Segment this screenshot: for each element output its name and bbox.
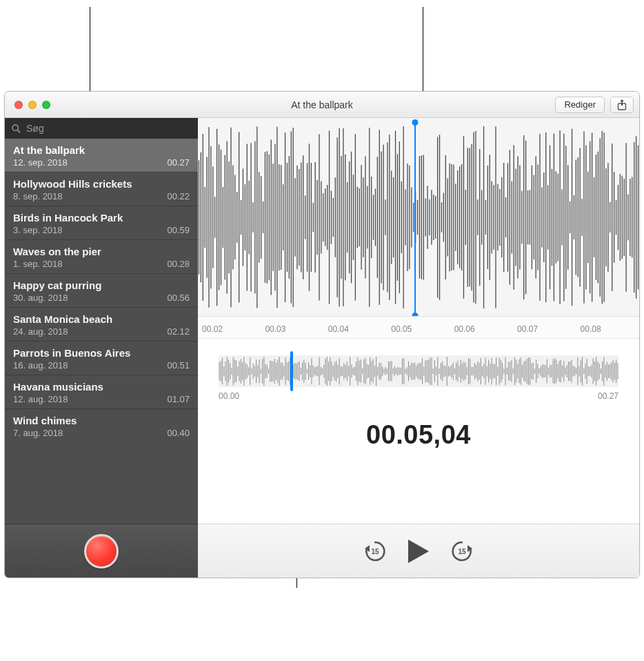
recording-title: Wind chimes — [13, 415, 190, 426]
svg-line-2 — [18, 130, 21, 132]
recording-title: Hollywood Hills crickets — [13, 178, 190, 190]
recording-duration: 00.40 — [167, 428, 190, 438]
recording-row[interactable]: Birds in Hancock Park3. sep. 201800.59 — [5, 206, 198, 239]
recording-title: Waves on the pier — [13, 246, 190, 257]
recording-date: 3. sep. 2018 — [13, 225, 63, 235]
ruler-tick: 00.03 — [261, 324, 323, 334]
recording-date: 16. aug. 2018 — [13, 360, 68, 371]
search-icon — [12, 124, 21, 133]
recording-duration: 00.22 — [167, 191, 190, 201]
recording-duration: 02.12 — [167, 326, 190, 337]
minimize-window-button[interactable] — [28, 101, 37, 109]
recording-title: Birds in Hancock Park — [13, 212, 190, 224]
titlebar: At the ballpark Rediger — [5, 92, 639, 118]
recording-row[interactable]: Hollywood Hills crickets8. sep. 201800.2… — [5, 172, 198, 206]
recording-date: 7. aug. 2018 — [13, 428, 63, 438]
overview-graphic — [219, 355, 618, 387]
recording-date: 8. sep. 2018 — [13, 191, 63, 201]
recording-row[interactable]: At the ballpark12. sep. 201800.27 — [5, 139, 198, 172]
waveform-zoomed[interactable]: 00.0200.0300.0400.0500.0600.0700.08 — [198, 118, 639, 339]
recording-row[interactable]: Happy cat purring30. aug. 201800.56 — [5, 273, 198, 307]
ruler-tick: 00.08 — [576, 324, 639, 334]
search-field[interactable] — [5, 118, 198, 139]
recording-date: 12. sep. 2018 — [13, 157, 68, 168]
recording-date: 1. sep. 2018 — [13, 259, 63, 269]
recording-date: 24. aug. 2018 — [13, 326, 68, 337]
waveform-overview[interactable]: 00.00 00.27 — [198, 339, 639, 401]
search-input[interactable] — [26, 123, 191, 134]
play-button[interactable] — [407, 538, 430, 564]
recording-date: 30. aug. 2018 — [13, 293, 68, 303]
waveform-graphic — [198, 118, 639, 317]
sidebar-footer — [5, 524, 198, 578]
time-display: 00.05,04 — [198, 420, 639, 450]
recording-duration: 01.07 — [167, 394, 190, 404]
recording-row[interactable]: Wind chimes7. aug. 201800.40 — [5, 408, 198, 442]
ruler-tick: 00.04 — [324, 324, 387, 334]
zoom-window-button[interactable] — [42, 101, 50, 109]
edit-button[interactable]: Rediger — [555, 97, 605, 113]
ruler-tick: 00.02 — [198, 324, 261, 334]
play-icon — [407, 538, 430, 564]
recording-duration: 00.56 — [167, 293, 190, 303]
detail-pane: 00.0200.0300.0400.0500.0600.0700.08 00.0… — [198, 118, 639, 578]
recording-duration: 00.27 — [167, 157, 190, 168]
recording-title: At the ballpark — [13, 144, 190, 156]
recording-title: Happy cat purring — [13, 279, 190, 291]
record-button[interactable] — [84, 534, 119, 569]
recording-title: Havana musicians — [13, 381, 190, 393]
share-icon — [617, 99, 627, 110]
overview-end-label: 00.27 — [598, 391, 618, 401]
recording-row[interactable]: Santa Monica beach24. aug. 201802.12 — [5, 307, 198, 341]
svg-text:15: 15 — [458, 548, 466, 555]
recording-row[interactable]: Havana musicians12. aug. 201801.07 — [5, 375, 198, 408]
recordings-list: At the ballpark12. sep. 201800.27Hollywo… — [5, 139, 198, 524]
recording-duration: 00.59 — [167, 225, 190, 235]
skip-forward-button[interactable]: 15 — [450, 539, 474, 564]
skip-back-icon: 15 — [363, 539, 388, 564]
recording-title: Santa Monica beach — [13, 313, 190, 325]
recording-date: 12. aug. 2018 — [13, 394, 68, 404]
recording-duration: 00.51 — [167, 360, 190, 371]
share-button[interactable] — [610, 97, 634, 113]
time-ruler: 00.0200.0300.0400.0500.0600.0700.08 — [198, 316, 639, 338]
recording-title: Parrots in Buenos Aires — [13, 347, 190, 359]
recording-row[interactable]: Parrots in Buenos Aires16. aug. 201800.5… — [5, 341, 198, 375]
recording-row[interactable]: Waves on the pier1. sep. 201800.28 — [5, 239, 198, 273]
window-title: At the ballpark — [5, 99, 639, 110]
close-window-button[interactable] — [14, 101, 23, 109]
ruler-tick: 00.07 — [513, 324, 576, 334]
skip-back-button[interactable]: 15 — [363, 539, 388, 564]
recording-duration: 00.28 — [167, 259, 190, 269]
overview-start-label: 00.00 — [219, 391, 239, 401]
playback-controls: 15 15 — [198, 524, 639, 578]
sidebar: At the ballpark12. sep. 201800.27Hollywo… — [5, 118, 198, 578]
ruler-tick: 00.06 — [450, 324, 513, 334]
overview-playhead[interactable] — [290, 351, 293, 391]
ruler-tick: 00.05 — [387, 324, 450, 334]
svg-text:15: 15 — [371, 548, 379, 555]
app-window: At the ballpark Rediger — [4, 91, 640, 578]
svg-marker-485 — [408, 540, 429, 563]
skip-forward-icon: 15 — [450, 539, 474, 564]
playhead[interactable] — [414, 122, 416, 316]
window-controls — [10, 101, 50, 109]
